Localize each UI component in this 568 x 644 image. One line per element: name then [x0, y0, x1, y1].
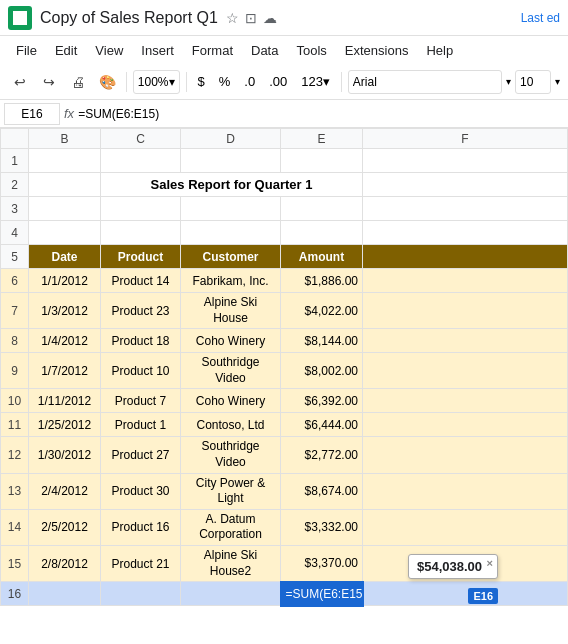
cell-b13[interactable]: 2/4/2012: [29, 473, 101, 509]
cell-d6[interactable]: Fabrikam, Inc.: [181, 269, 281, 293]
cell-c16[interactable]: [101, 582, 181, 606]
cell-e7[interactable]: $4,022.00: [281, 293, 363, 329]
cell-d14[interactable]: A. DatumCorporation: [181, 509, 281, 545]
cell-f14[interactable]: [363, 509, 568, 545]
col-header-c[interactable]: C: [101, 129, 181, 149]
cell-b15[interactable]: 2/8/2012: [29, 545, 101, 581]
cell-e11[interactable]: $6,444.00: [281, 413, 363, 437]
cell-c14[interactable]: Product 16: [101, 509, 181, 545]
cell-f6[interactable]: [363, 269, 568, 293]
menu-extensions[interactable]: Extensions: [337, 40, 417, 61]
cell-c12[interactable]: Product 27: [101, 437, 181, 473]
cell-f4[interactable]: [363, 221, 568, 245]
cloud-icon[interactable]: ☁: [263, 10, 277, 26]
fontsize-dropdown-icon[interactable]: ▾: [555, 76, 560, 87]
menu-insert[interactable]: Insert: [133, 40, 182, 61]
cell-f3[interactable]: [363, 197, 568, 221]
font-size-input[interactable]: [515, 70, 551, 94]
percent-button[interactable]: %: [214, 72, 236, 91]
cell-d8[interactable]: Coho Winery: [181, 329, 281, 353]
cell-e9[interactable]: $8,002.00: [281, 353, 363, 389]
cell-c10[interactable]: Product 7: [101, 389, 181, 413]
cell-b11[interactable]: 1/25/2012: [29, 413, 101, 437]
menu-data[interactable]: Data: [243, 40, 286, 61]
cell-f1[interactable]: [363, 149, 568, 173]
cell-f2[interactable]: [363, 173, 568, 197]
cell-e15[interactable]: $3,370.00: [281, 545, 363, 581]
cell-f10[interactable]: [363, 389, 568, 413]
cell-e16-active[interactable]: =SUM(E6:E15): [281, 582, 363, 606]
dec2-button[interactable]: .00: [264, 72, 292, 91]
cell-b16[interactable]: [29, 582, 101, 606]
cell-c3[interactable]: [101, 197, 181, 221]
cell-d9[interactable]: SouthridgeVideo: [181, 353, 281, 389]
menu-tools[interactable]: Tools: [288, 40, 334, 61]
tooltip-close-button[interactable]: ×: [487, 557, 493, 569]
col-header-d[interactable]: D: [181, 129, 281, 149]
cell-c7[interactable]: Product 23: [101, 293, 181, 329]
cell-e8[interactable]: $8,144.00: [281, 329, 363, 353]
cell-f12[interactable]: [363, 437, 568, 473]
cell-d3[interactable]: [181, 197, 281, 221]
font-select[interactable]: [348, 70, 502, 94]
cell-d15[interactable]: Alpine SkiHouse2: [181, 545, 281, 581]
cell-d7[interactable]: Alpine SkiHouse: [181, 293, 281, 329]
star-icon[interactable]: ☆: [226, 10, 239, 26]
dec0-button[interactable]: .0: [239, 72, 260, 91]
menu-help[interactable]: Help: [418, 40, 461, 61]
cell-b3[interactable]: [29, 197, 101, 221]
cell-b1[interactable]: [29, 149, 101, 173]
cell-f11[interactable]: [363, 413, 568, 437]
cell-e4[interactable]: [281, 221, 363, 245]
menu-file[interactable]: File: [8, 40, 45, 61]
cell-e13[interactable]: $8,674.00: [281, 473, 363, 509]
cell-f7[interactable]: [363, 293, 568, 329]
menu-format[interactable]: Format: [184, 40, 241, 61]
cell-e10[interactable]: $6,392.00: [281, 389, 363, 413]
zoom-select[interactable]: 100% ▾: [133, 70, 180, 94]
formula-input[interactable]: [78, 103, 564, 125]
cell-c15[interactable]: Product 21: [101, 545, 181, 581]
cell-b12[interactable]: 1/30/2012: [29, 437, 101, 473]
cell-f13[interactable]: [363, 473, 568, 509]
paint-format-button[interactable]: 🎨: [95, 69, 120, 95]
cell-e5-amount[interactable]: Amount: [281, 245, 363, 269]
redo-button[interactable]: ↪: [37, 69, 62, 95]
cell-b9[interactable]: 1/7/2012: [29, 353, 101, 389]
cell-e3[interactable]: [281, 197, 363, 221]
cell-reference-input[interactable]: [4, 103, 60, 125]
cell-d1[interactable]: [181, 149, 281, 173]
cell-f9[interactable]: [363, 353, 568, 389]
cell-c6[interactable]: Product 14: [101, 269, 181, 293]
cell-c11[interactable]: Product 1: [101, 413, 181, 437]
cell-e6[interactable]: $1,886.00: [281, 269, 363, 293]
cell-b7[interactable]: 1/3/2012: [29, 293, 101, 329]
last-edit-link[interactable]: Last ed: [521, 11, 560, 25]
cell-b14[interactable]: 2/5/2012: [29, 509, 101, 545]
cell-c4[interactable]: [101, 221, 181, 245]
currency-button[interactable]: $: [192, 72, 209, 91]
cell-c13[interactable]: Product 30: [101, 473, 181, 509]
col-header-e[interactable]: E: [281, 129, 363, 149]
cell-d13[interactable]: City Power &Light: [181, 473, 281, 509]
cell-b10[interactable]: 1/11/2012: [29, 389, 101, 413]
cell-b5-date[interactable]: Date: [29, 245, 101, 269]
cell-b4[interactable]: [29, 221, 101, 245]
menu-view[interactable]: View: [87, 40, 131, 61]
undo-button[interactable]: ↩: [8, 69, 33, 95]
cell-f8[interactable]: [363, 329, 568, 353]
cell-c9[interactable]: Product 10: [101, 353, 181, 389]
cell-f16[interactable]: [363, 582, 568, 606]
cell-b6[interactable]: 1/1/2012: [29, 269, 101, 293]
menu-edit[interactable]: Edit: [47, 40, 85, 61]
cell-e14[interactable]: $3,332.00: [281, 509, 363, 545]
print-button[interactable]: 🖨: [66, 69, 91, 95]
cell-d11[interactable]: Contoso, Ltd: [181, 413, 281, 437]
cell-d4[interactable]: [181, 221, 281, 245]
cell-d5-customer[interactable]: Customer: [181, 245, 281, 269]
cell-title[interactable]: Sales Report for Quarter 1: [101, 173, 363, 197]
cell-c8[interactable]: Product 18: [101, 329, 181, 353]
format123-button[interactable]: 123▾: [296, 72, 335, 91]
folder-icon[interactable]: ⊡: [245, 10, 257, 26]
cell-d10[interactable]: Coho Winery: [181, 389, 281, 413]
